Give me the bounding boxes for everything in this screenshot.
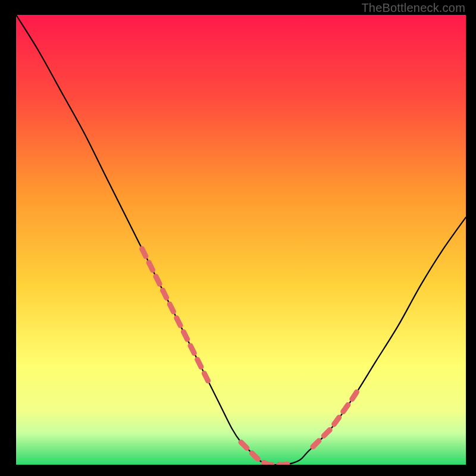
chart-frame: TheBottleneck.com xyxy=(0,0,476,476)
bottleneck-chart xyxy=(16,15,466,465)
watermark-text: TheBottleneck.com xyxy=(361,1,465,15)
gradient-background xyxy=(16,15,466,465)
